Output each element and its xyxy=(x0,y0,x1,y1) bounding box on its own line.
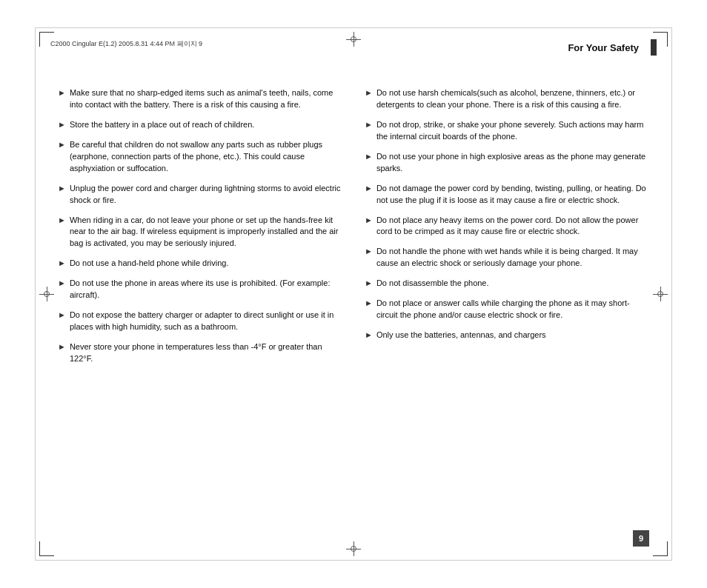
list-item: ► Store the battery in a place out of re… xyxy=(58,119,342,131)
content-area: ► Make sure that no sharp-edged items su… xyxy=(58,87,649,523)
header-left: C2000 Cingular E(1.2) 2005.8.31 4:44 PM … xyxy=(50,39,202,49)
bullet-text: Do not use a hand-held phone while drivi… xyxy=(70,258,342,270)
bullet-text: Unplug the power cord and charger during… xyxy=(70,183,342,207)
page: C2000 Cingular E(1.2) 2005.8.31 4:44 PM … xyxy=(35,27,672,561)
page-number: 9 xyxy=(633,530,649,547)
list-item: ► Do not damage the power cord by bendin… xyxy=(365,183,649,207)
page-container: C2000 Cingular E(1.2) 2005.8.31 4:44 PM … xyxy=(0,0,707,588)
bullet-arrow-icon: ► xyxy=(365,119,373,131)
list-item: ► Unplug the power cord and charger duri… xyxy=(58,183,342,207)
bullet-text: Do not place or answer calls while charg… xyxy=(376,298,649,321)
bullet-arrow-icon: ► xyxy=(365,151,373,163)
list-item: ► Never store your phone in temperatures… xyxy=(58,341,342,365)
list-item: ► Do not use a hand-held phone while dri… xyxy=(58,258,342,270)
bullet-arrow-icon: ► xyxy=(58,215,66,227)
bullet-text: Do not drop, strike, or shake your phone… xyxy=(376,119,649,143)
bullet-text: Store the battery in a place out of reac… xyxy=(70,119,342,131)
bullet-arrow-icon: ► xyxy=(365,330,373,341)
bullet-text: Be careful that children do not swallow … xyxy=(70,139,342,175)
list-item: ► Do not place any heavy items on the po… xyxy=(365,215,649,238)
bullet-text: Make sure that no sharp-edged items such… xyxy=(70,87,342,111)
bullet-text: When riding in a car, do not leave your … xyxy=(70,215,342,250)
list-item: ► Do not use the phone in areas where it… xyxy=(58,278,342,301)
header-filename: C2000 Cingular E(1.2) 2005.8.31 4:44 PM … xyxy=(50,40,202,47)
bullet-text: Do not expose the battery charger or ada… xyxy=(70,310,342,333)
bullet-arrow-icon: ► xyxy=(365,278,373,290)
list-item: ► Only use the batteries, antennas, and … xyxy=(365,330,649,341)
bullet-arrow-icon: ► xyxy=(58,310,66,321)
bullet-text: Do not use the phone in areas where its … xyxy=(70,278,342,301)
side-mark-bottom xyxy=(346,541,361,556)
list-item: ► Make sure that no sharp-edged items su… xyxy=(58,87,342,111)
safety-bar-decoration xyxy=(651,39,657,56)
bullet-text: Only use the batteries, antennas, and ch… xyxy=(376,330,649,341)
list-item: ► When riding in a car, do not leave you… xyxy=(58,215,342,250)
bullet-arrow-icon: ► xyxy=(365,215,373,227)
bullet-arrow-icon: ► xyxy=(58,341,66,353)
bullet-text: Do not use harsh chemicals(such as alcoh… xyxy=(376,87,649,111)
header: C2000 Cingular E(1.2) 2005.8.31 4:44 PM … xyxy=(50,39,657,56)
bullet-text: Do not place any heavy items on the powe… xyxy=(376,215,649,238)
list-item: ► Do not expose the battery charger or a… xyxy=(58,310,342,333)
corner-mark-bl xyxy=(39,541,54,556)
list-item: ► Be careful that children do not swallo… xyxy=(58,139,342,175)
list-item: ► Do not use your phone in high explosiv… xyxy=(365,151,649,175)
bullet-text: Do not damage the power cord by bending,… xyxy=(376,183,649,207)
bullet-text: Do not handle the phone with wet hands w… xyxy=(376,246,649,270)
bullet-text: Do not disassemble the phone. xyxy=(376,278,649,290)
header-right: For Your Safety xyxy=(568,39,657,56)
bullet-arrow-icon: ► xyxy=(365,298,373,310)
bullet-text: Do not use your phone in high explosive … xyxy=(376,151,649,175)
bullet-arrow-icon: ► xyxy=(58,183,66,195)
bullet-arrow-icon: ► xyxy=(365,183,373,195)
list-item: ► Do not place or answer calls while cha… xyxy=(365,298,649,321)
bullet-arrow-icon: ► xyxy=(365,246,373,258)
bullet-arrow-icon: ► xyxy=(58,119,66,131)
list-item: ► Do not handle the phone with wet hands… xyxy=(365,246,649,270)
section-title: For Your Safety xyxy=(568,42,639,53)
corner-mark-br xyxy=(653,541,668,556)
bullet-arrow-icon: ► xyxy=(58,87,66,99)
bullet-arrow-icon: ► xyxy=(58,278,66,290)
list-item: ► Do not disassemble the phone. xyxy=(365,278,649,290)
bullet-arrow-icon: ► xyxy=(365,87,373,99)
bullet-arrow-icon: ► xyxy=(58,258,66,270)
left-column: ► Make sure that no sharp-edged items su… xyxy=(58,87,342,523)
list-item: ► Do not drop, strike, or shake your pho… xyxy=(365,119,649,143)
side-mark-right xyxy=(653,287,668,301)
list-item: ► Do not use harsh chemicals(such as alc… xyxy=(365,87,649,111)
bullet-arrow-icon: ► xyxy=(58,139,66,151)
right-column: ► Do not use harsh chemicals(such as alc… xyxy=(365,87,649,523)
side-mark-left xyxy=(39,287,54,301)
bullet-text: Never store your phone in temperatures l… xyxy=(70,341,342,365)
